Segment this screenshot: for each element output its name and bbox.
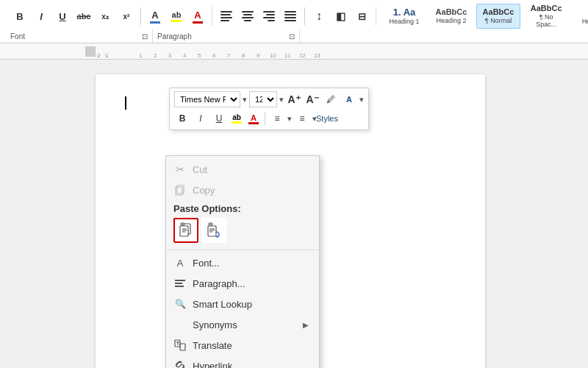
r10: 10 xyxy=(265,52,280,59)
paragraph-expand-icon[interactable]: ⊡ xyxy=(289,32,295,40)
heading2-preview: AaBbCc xyxy=(436,8,467,16)
paragraph-section: ↕ ◧ ⊟ xyxy=(212,7,376,26)
synonyms-arrow: ▶ xyxy=(303,321,309,329)
style-heading-item[interactable]: He Heading xyxy=(572,4,588,29)
align-center-button[interactable] xyxy=(238,7,257,26)
float-font-select[interactable]: Times New Ro xyxy=(174,91,240,107)
font-menu-item[interactable]: A Font... xyxy=(166,252,319,273)
float-format-btn[interactable]: 🖉 xyxy=(323,91,339,107)
dropdown-arrow2: ▾ xyxy=(279,95,284,105)
cut-menu-item[interactable]: ✂ Cut xyxy=(166,159,319,180)
italic-button[interactable]: I xyxy=(32,7,51,26)
subscript-button[interactable]: x₂ xyxy=(96,7,115,26)
hyperlink-menu-item[interactable]: Hyperlink... xyxy=(166,355,319,368)
float-size-select[interactable]: 12 xyxy=(249,91,277,107)
svg-rect-16 xyxy=(175,286,184,287)
hyperlink-label: Hyperlink... xyxy=(193,361,309,369)
svg-rect-9 xyxy=(209,223,212,225)
translate-menu-item[interactable]: Translate xyxy=(166,335,319,355)
line-spacing-button[interactable]: ↕ xyxy=(309,7,329,26)
r13: 13 xyxy=(309,52,324,59)
float-separator xyxy=(265,112,265,125)
text-color-button[interactable]: A xyxy=(188,7,207,26)
paste-merge-icon xyxy=(205,222,223,239)
paragraph-menu-icon xyxy=(173,277,187,290)
text-color-bar xyxy=(193,21,203,24)
svg-line-21 xyxy=(179,364,182,367)
bold-button[interactable]: B xyxy=(10,7,29,26)
heading1-preview: 1. Aa xyxy=(393,7,416,17)
paste-keep-source-btn[interactable] xyxy=(173,218,198,243)
paste-merge-btn[interactable] xyxy=(201,218,226,243)
float-toolbar: Times New Ro ▾ 12 ▾ A⁺ A⁻ 🖉 A ▾ B I U ab xyxy=(169,88,369,130)
font-color-button[interactable]: A xyxy=(146,7,165,26)
r5: 5 xyxy=(192,52,207,59)
font-section: B I U abc x₂ x² A ab A xyxy=(6,7,212,26)
float-italic-btn[interactable]: I xyxy=(193,110,209,127)
float-bold-btn[interactable]: B xyxy=(174,110,190,127)
separator1 xyxy=(166,250,319,250)
heading1-label: Heading 1 xyxy=(389,18,419,25)
r3: 3 xyxy=(162,52,177,59)
synonyms-menu-item[interactable]: Synonyms ▶ xyxy=(166,314,319,335)
float-underline-btn[interactable]: U xyxy=(211,110,227,127)
styles-section: 1. Aa Heading 1 AaBbCc Heading 2 AaBbCc … xyxy=(376,4,588,29)
float-styles-btn[interactable]: A xyxy=(341,91,357,107)
style-no-spacing[interactable]: AaBbCc ¶ No Spac... xyxy=(523,4,569,29)
cut-label: Cut xyxy=(193,164,309,175)
borders-button[interactable]: ⊟ xyxy=(352,7,371,26)
justify-icon xyxy=(282,9,298,24)
separator2 xyxy=(304,7,305,25)
superscript-button[interactable]: x² xyxy=(117,7,136,26)
ribbon-labels: Font ⊡ Paragraph ⊡ xyxy=(6,29,582,43)
copy-icon xyxy=(173,183,187,197)
smart-lookup-menu-item[interactable]: 🔍 Smart Lookup xyxy=(166,294,319,314)
synonyms-icon xyxy=(173,318,187,331)
r11: 11 xyxy=(280,52,295,59)
underline-button[interactable]: U xyxy=(53,7,72,26)
float-styles-label-btn[interactable]: Styles xyxy=(319,110,335,127)
strikethrough-button[interactable]: abc xyxy=(74,7,93,26)
normal-preview: AaBbCc xyxy=(483,8,514,16)
r8: 8 xyxy=(236,52,251,59)
dropdown-arrow4: ▾ xyxy=(287,114,292,124)
ruler-ticks: 1 2 3 4 5 6 7 8 9 10 11 12 13 xyxy=(118,52,324,59)
paste-icons-row xyxy=(173,218,312,243)
highlight-button[interactable]: ab xyxy=(167,7,186,26)
float-indent-btn[interactable]: ≡ xyxy=(294,110,310,127)
align-right-button[interactable] xyxy=(259,7,279,26)
paragraph-menu-item[interactable]: Paragraph... xyxy=(166,273,319,294)
float-highlight-btn[interactable]: ab xyxy=(229,111,244,126)
svg-rect-8 xyxy=(208,226,216,236)
font-menu-icon: A xyxy=(173,256,187,269)
style-normal[interactable]: AaBbCc ¶ Normal xyxy=(476,4,520,29)
shading-button[interactable]: ◧ xyxy=(331,7,350,26)
r9: 9 xyxy=(251,52,265,59)
font-expand-icon[interactable]: ⊡ xyxy=(142,32,148,40)
svg-rect-14 xyxy=(175,280,185,281)
float-color-btn[interactable]: A xyxy=(246,111,261,126)
svg-rect-4 xyxy=(181,223,184,225)
dropdown-arrow3: ▾ xyxy=(359,95,364,105)
style-heading1[interactable]: 1. Aa Heading 1 xyxy=(382,4,426,29)
float-shrink-btn[interactable]: A⁻ xyxy=(304,91,320,107)
float-grow-btn[interactable]: A⁺ xyxy=(286,91,302,107)
r2: 2 xyxy=(148,52,162,59)
doc-page[interactable]: Times New Ro ▾ 12 ▾ A⁺ A⁻ 🖉 A ▾ B I U ab xyxy=(96,74,485,368)
r6: 6 xyxy=(207,52,221,59)
copy-menu-item[interactable]: Copy xyxy=(166,180,319,200)
justify-button[interactable] xyxy=(281,7,300,26)
r12: 12 xyxy=(295,52,309,59)
cut-icon: ✂ xyxy=(173,163,187,176)
float-toolbar-row1: Times New Ro ▾ 12 ▾ A⁺ A⁻ 🖉 A ▾ xyxy=(174,91,364,107)
ribbon: B I U abc x₂ x² A ab A xyxy=(0,0,588,43)
font-section-label: Font xyxy=(10,32,25,40)
style-heading2[interactable]: AaBbCc Heading 2 xyxy=(429,4,473,29)
ruler: ·2 ·1 1 2 3 4 5 6 7 8 9 10 11 12 13 xyxy=(0,43,588,60)
float-list-btn[interactable]: ≡ xyxy=(269,110,285,127)
svg-rect-3 xyxy=(180,226,188,236)
paragraph-label-section: Paragraph ⊡ xyxy=(153,29,300,43)
align-left-button[interactable] xyxy=(217,7,236,26)
hyperlink-icon xyxy=(173,359,187,368)
paste-options-label: Paste Options: xyxy=(173,203,312,214)
